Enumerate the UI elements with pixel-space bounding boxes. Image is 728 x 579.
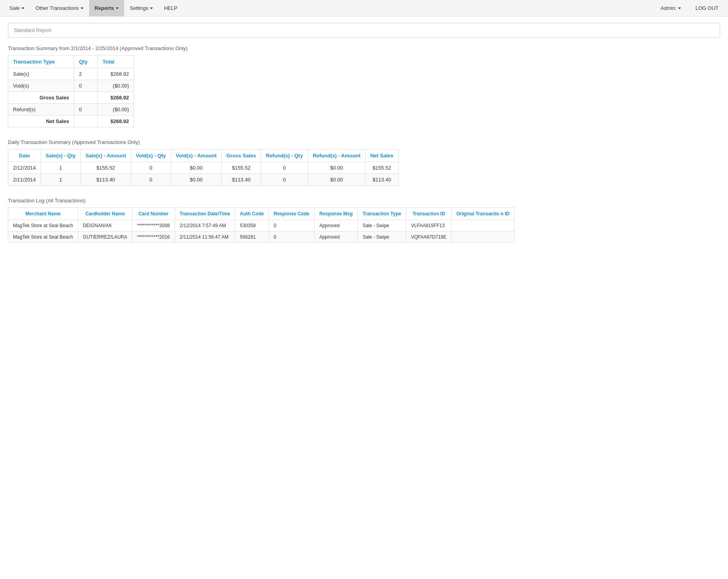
daily-summary-section: Daily Transaction Summary (Approved Tran… [8,139,720,186]
log-col-header: Merchant Name [8,208,78,220]
log-cell: 2/11/2014 11:56:47 AM [175,232,235,243]
transaction-type-cell: Gross Sales [8,92,74,104]
daily-col-header: Void(s) - Amount [171,149,221,162]
qty-cell: 0 [74,80,98,92]
daily-col-header: Gross Sales [222,149,261,162]
daily-cell: $0.00 [308,162,366,174]
table-row: 2/11/20141$113.400$0.00$113.400$0.00$113… [8,174,399,186]
transaction-type-cell: Void(s) [8,80,74,92]
transaction-summary-section: Transaction Summary from 2/1/2014 - 2/25… [8,45,720,127]
log-cell: ************3008 [132,220,175,232]
navbar-right: Admin: LOG OUT [655,0,724,17]
log-cell: Sale - Swipe [358,232,406,243]
log-col-header: Card Number [132,208,175,220]
daily-cell: 1 [41,162,80,174]
navbar-left: Sale Other Transactions Reports Settings… [4,0,655,17]
standard-report-box: Standard Report [8,23,720,37]
nav-settings-label: Settings [130,5,148,11]
daily-cell: 0 [131,174,171,186]
log-cell: Approved [314,220,358,232]
nav-reports-label: Reports [95,5,114,11]
transaction-summary-heading: Transaction Summary from 2/1/2014 - 2/25… [8,45,720,51]
log-cell: 2/12/2014 7:57:49 AM [175,220,235,232]
daily-summary-heading: Daily Transaction Summary (Approved Tran… [8,139,720,145]
nav-admin[interactable]: Admin: [655,0,687,17]
transaction-log-heading: Transaction Log (All Transactions) [8,198,720,204]
total-cell: ($0.00) [97,104,134,116]
daily-col-header: Sale(s) - Amount [80,149,131,162]
total-cell: ($0.00) [97,80,134,92]
log-cell: GUTIERREZ/LAURA [78,232,133,243]
nav-reports-caret [116,7,119,9]
daily-col-header: Void(s) - Qty [131,149,171,162]
daily-cell: $113.40 [365,174,398,186]
nav-settings-caret [150,7,153,9]
log-cell: 566281 [235,232,269,243]
nav-admin-label: Admin: [661,5,676,11]
table-row: MagTek Store at Seal BeachGUTIERREZ/LAUR… [8,232,515,243]
standard-report-label: Standard Report [14,27,51,33]
daily-cell: 2/12/2014 [8,162,41,174]
logout-button[interactable]: LOG OUT [690,0,724,17]
daily-col-header: Date [8,149,41,162]
daily-cell: 0 [131,162,171,174]
table-row: 2/12/20141$155.520$0.00$155.520$0.00$155… [8,162,399,174]
log-col-header: Original Transactio n ID [452,208,515,220]
daily-col-header: Net Sales [365,149,398,162]
transaction-type-cell: Refund(s) [8,104,74,116]
transaction-log-table: Merchant NameCardholder NameCard NumberT… [8,207,515,243]
transaction-type-cell: Sale(s) [8,68,74,80]
log-col-header: Transaction Type [358,208,406,220]
daily-cell: $155.52 [80,162,131,174]
qty-cell [74,116,98,127]
log-cell: Approved [314,232,358,243]
daily-cell: 0 [261,162,308,174]
daily-col-header: Sale(s) - Qty [41,149,80,162]
log-cell: Sale - Swipe [358,220,406,232]
daily-cell: 0 [261,174,308,186]
log-cell: DEIGNAN/AK [78,220,133,232]
daily-cell: $113.40 [222,174,261,186]
nav-other-transactions-caret [80,7,84,9]
nav-help[interactable]: HELP [159,0,183,17]
log-cell [452,220,515,232]
daily-cell: $113.40 [80,174,131,186]
log-cell: 0 [269,220,315,232]
daily-cell: 2/11/2014 [8,174,41,186]
nav-sale[interactable]: Sale [4,0,30,17]
log-col-header: Transaction ID [406,208,452,220]
main-content: Standard Report Transaction Summary from… [0,17,728,261]
total-cell: $268.92 [97,68,134,80]
col-transaction-type: Transaction Type [8,56,74,68]
navbar: Sale Other Transactions Reports Settings… [0,0,728,17]
qty-cell: 0 [74,104,98,116]
qty-cell [74,92,98,104]
nav-reports[interactable]: Reports [89,0,124,17]
nav-other-transactions[interactable]: Other Transactions [30,0,89,17]
col-qty: Qty [74,56,98,68]
log-cell: VQFAA67D718E [406,232,452,243]
transaction-log-section: Transaction Log (All Transactions) Merch… [8,198,720,243]
log-cell: 0 [269,232,315,243]
nav-other-transactions-label: Other Transactions [35,5,79,11]
log-cell: 530358 [235,220,269,232]
daily-cell: 1 [41,174,80,186]
log-cell [452,232,515,243]
logout-label: LOG OUT [695,5,719,11]
table-row: Sale(s)2$268.92 [8,68,134,80]
daily-col-header: Refund(s) - Amount [308,149,366,162]
daily-cell: $155.52 [222,162,261,174]
daily-cell: $0.00 [171,174,221,186]
daily-cell: $0.00 [171,162,221,174]
nav-help-label: HELP [164,5,177,11]
log-cell: ************2016 [132,232,175,243]
log-cell: MagTek Store at Seal Beach [8,232,78,243]
qty-cell: 2 [74,68,98,80]
nav-settings[interactable]: Settings [124,0,159,17]
table-row: Void(s)0($0.00) [8,80,134,92]
log-col-header: Response Msg [314,208,358,220]
table-row: Refund(s)0($0.00) [8,104,134,116]
log-col-header: Auth Code [235,208,269,220]
table-row: MagTek Store at Seal BeachDEIGNAN/AK****… [8,220,515,232]
log-col-header: Transaction Date/Time [175,208,235,220]
